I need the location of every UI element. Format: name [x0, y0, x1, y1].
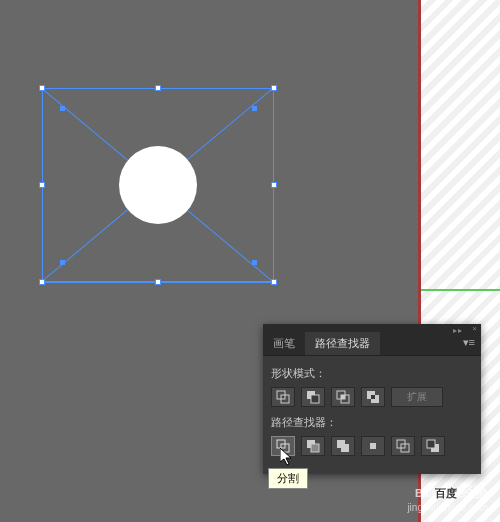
- merge-icon: [336, 439, 350, 453]
- panel-collapse-icon[interactable]: ▸▸: [453, 326, 463, 335]
- trim-icon: [306, 439, 320, 453]
- panel-menu-icon[interactable]: ▾≡: [457, 332, 481, 355]
- trim-button[interactable]: [301, 436, 325, 456]
- unite-button[interactable]: [271, 387, 295, 407]
- pathfinders-label: 路径查找器：: [271, 415, 473, 430]
- panel-tabs: 画笔 路径查找器 ▾≡: [263, 332, 481, 356]
- resize-handle[interactable]: [155, 279, 161, 285]
- minus-front-button[interactable]: [301, 387, 325, 407]
- panel-drag-bar[interactable]: ▸▸ ×: [263, 324, 481, 332]
- pathfinders-row: [271, 436, 473, 456]
- anchor-point[interactable]: [252, 106, 257, 111]
- shape-modes-row: 扩展: [271, 387, 473, 407]
- guide-line[interactable]: [421, 289, 500, 291]
- watermark-brand-prefix: Bai: [415, 487, 432, 499]
- exclude-button[interactable]: [361, 387, 385, 407]
- divide-icon: [276, 439, 290, 453]
- circle-shape[interactable]: [119, 146, 197, 224]
- watermark-url: jingyan.baidu.com: [407, 501, 488, 514]
- tab-brushes[interactable]: 画笔: [263, 332, 305, 355]
- intersect-icon: [336, 390, 350, 404]
- shape-modes-label: 形状模式：: [271, 366, 473, 381]
- resize-handle[interactable]: [271, 85, 277, 91]
- selection-bounding-box[interactable]: [42, 88, 274, 282]
- crop-button[interactable]: [361, 436, 385, 456]
- merge-button[interactable]: [331, 436, 355, 456]
- minus-back-icon: [426, 439, 440, 453]
- outline-button[interactable]: [391, 436, 415, 456]
- resize-handle[interactable]: [155, 85, 161, 91]
- watermark-brand-box: 百度: [432, 487, 460, 499]
- anchor-point[interactable]: [60, 260, 65, 265]
- anchor-point[interactable]: [252, 260, 257, 265]
- svg-rect-3: [311, 395, 319, 403]
- resize-handle[interactable]: [39, 279, 45, 285]
- expand-button[interactable]: 扩展: [391, 387, 443, 407]
- intersect-button[interactable]: [331, 387, 355, 407]
- divide-button[interactable]: [271, 436, 295, 456]
- unite-icon: [276, 390, 290, 404]
- svg-rect-15: [341, 444, 349, 452]
- panel-body: 形状模式： 扩展 路径查找器：: [263, 356, 481, 474]
- svg-rect-6: [341, 395, 345, 399]
- svg-rect-16: [370, 443, 376, 449]
- exclude-icon: [366, 390, 380, 404]
- watermark: Bai百度经验 jingyan.baidu.com: [407, 483, 488, 514]
- tab-pathfinder[interactable]: 路径查找器: [305, 332, 380, 355]
- minus-back-button[interactable]: [421, 436, 445, 456]
- resize-handle[interactable]: [39, 182, 45, 188]
- tooltip: 分割: [268, 468, 308, 489]
- pathfinder-panel: ▸▸ × 画笔 路径查找器 ▾≡ 形状模式： 扩展 路径查找器：: [263, 324, 481, 474]
- panel-close-icon[interactable]: ×: [472, 324, 477, 333]
- svg-rect-9: [371, 395, 375, 399]
- watermark-brand-suffix: 经验: [460, 484, 488, 500]
- resize-handle[interactable]: [271, 279, 277, 285]
- svg-rect-20: [427, 440, 435, 448]
- resize-handle[interactable]: [271, 182, 277, 188]
- minus-front-icon: [306, 390, 320, 404]
- svg-rect-13: [311, 444, 319, 452]
- anchor-point[interactable]: [60, 106, 65, 111]
- outline-icon: [396, 439, 410, 453]
- resize-handle[interactable]: [39, 85, 45, 91]
- crop-icon: [366, 439, 380, 453]
